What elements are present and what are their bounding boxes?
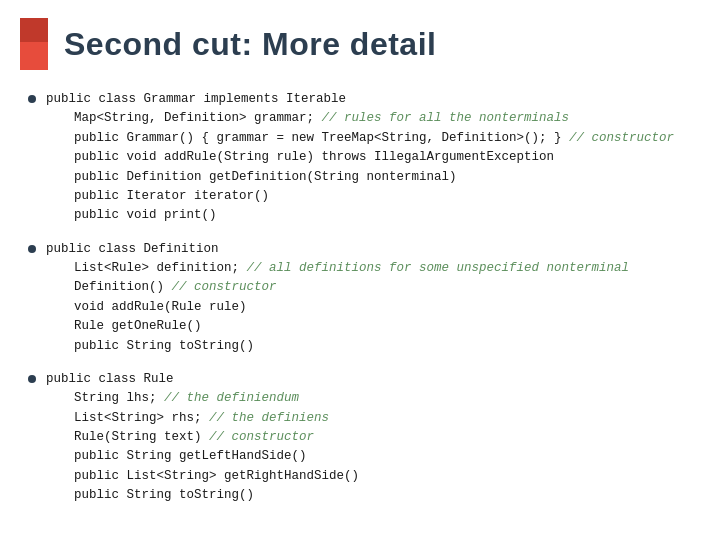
code-text: String lhs; bbox=[74, 391, 164, 405]
code-line-definition-4: Rule getOneRule() bbox=[46, 317, 629, 336]
code-text: Rule getOneRule() bbox=[74, 319, 202, 333]
slide-title: Second cut: More detail bbox=[64, 26, 436, 63]
code-comment: // the definiens bbox=[209, 411, 329, 425]
code-comment: // all definitions for some unspecified … bbox=[247, 261, 630, 275]
code-comment: // constructor bbox=[172, 280, 277, 294]
code-text: public String getLeftHandSide() bbox=[74, 449, 307, 463]
code-line-rule-5: public List<String> getRightHandSide() bbox=[46, 467, 359, 486]
logo-bottom bbox=[20, 42, 48, 70]
code-text: Rule(String text) bbox=[74, 430, 209, 444]
code-text: List<String> rhs; bbox=[74, 411, 209, 425]
code-text: public Grammar() { grammar = new TreeMap… bbox=[74, 131, 569, 145]
bullet-dot bbox=[28, 95, 36, 103]
code-line-definition-3: void addRule(Rule rule) bbox=[46, 298, 629, 317]
code-text: void addRule(Rule rule) bbox=[74, 300, 247, 314]
code-line-definition-1: List<Rule> definition; // all definition… bbox=[46, 259, 629, 278]
bullet-item-grammar: public class Grammar implements Iterable… bbox=[28, 90, 692, 226]
code-block-rule: public class RuleString lhs; // the defi… bbox=[46, 370, 359, 506]
code-text: public class Definition bbox=[46, 242, 219, 256]
code-block-grammar: public class Grammar implements Iterable… bbox=[46, 90, 674, 226]
slide-content: public class Grammar implements Iterable… bbox=[0, 80, 720, 530]
code-text: public void print() bbox=[74, 208, 217, 222]
code-line-grammar-4: public Definition getDefinition(String n… bbox=[46, 168, 674, 187]
code-comment: // constructor bbox=[569, 131, 674, 145]
code-block-definition: public class DefinitionList<Rule> defini… bbox=[46, 240, 629, 356]
code-line-rule-0: public class Rule bbox=[46, 370, 359, 389]
code-line-grammar-3: public void addRule(String rule) throws … bbox=[46, 148, 674, 167]
code-text: public String toString() bbox=[74, 488, 254, 502]
code-text: public class Grammar implements Iterable bbox=[46, 92, 346, 106]
code-line-rule-4: public String getLeftHandSide() bbox=[46, 447, 359, 466]
code-text: public String toString() bbox=[74, 339, 254, 353]
bullet-item-rule: public class RuleString lhs; // the defi… bbox=[28, 370, 692, 506]
slide-header: Second cut: More detail bbox=[0, 0, 720, 80]
code-line-grammar-2: public Grammar() { grammar = new TreeMap… bbox=[46, 129, 674, 148]
code-line-definition-5: public String toString() bbox=[46, 337, 629, 356]
code-text: public Definition getDefinition(String n… bbox=[74, 170, 457, 184]
code-line-rule-3: Rule(String text) // constructor bbox=[46, 428, 359, 447]
code-line-grammar-6: public void print() bbox=[46, 206, 674, 225]
code-comment: // constructor bbox=[209, 430, 314, 444]
code-text: Definition() bbox=[74, 280, 172, 294]
code-line-grammar-0: public class Grammar implements Iterable bbox=[46, 90, 674, 109]
bullet-item-definition: public class DefinitionList<Rule> defini… bbox=[28, 240, 692, 356]
code-comment: // the definiendum bbox=[164, 391, 299, 405]
code-line-grammar-1: Map<String, Definition> grammar; // rule… bbox=[46, 109, 674, 128]
code-line-grammar-5: public Iterator iterator() bbox=[46, 187, 674, 206]
code-comment: // rules for all the nonterminals bbox=[322, 111, 570, 125]
code-text: Map<String, Definition> grammar; bbox=[74, 111, 322, 125]
code-line-rule-1: String lhs; // the definiendum bbox=[46, 389, 359, 408]
code-line-definition-0: public class Definition bbox=[46, 240, 629, 259]
code-text: public class Rule bbox=[46, 372, 174, 386]
code-line-rule-6: public String toString() bbox=[46, 486, 359, 505]
code-line-rule-2: List<String> rhs; // the definiens bbox=[46, 409, 359, 428]
code-text: public Iterator iterator() bbox=[74, 189, 269, 203]
code-line-definition-2: Definition() // constructor bbox=[46, 278, 629, 297]
bullet-dot bbox=[28, 375, 36, 383]
code-text: List<Rule> definition; bbox=[74, 261, 247, 275]
bullet-dot bbox=[28, 245, 36, 253]
code-text: public List<String> getRightHandSide() bbox=[74, 469, 359, 483]
logo bbox=[20, 18, 48, 70]
code-text: public void addRule(String rule) throws … bbox=[74, 150, 554, 164]
